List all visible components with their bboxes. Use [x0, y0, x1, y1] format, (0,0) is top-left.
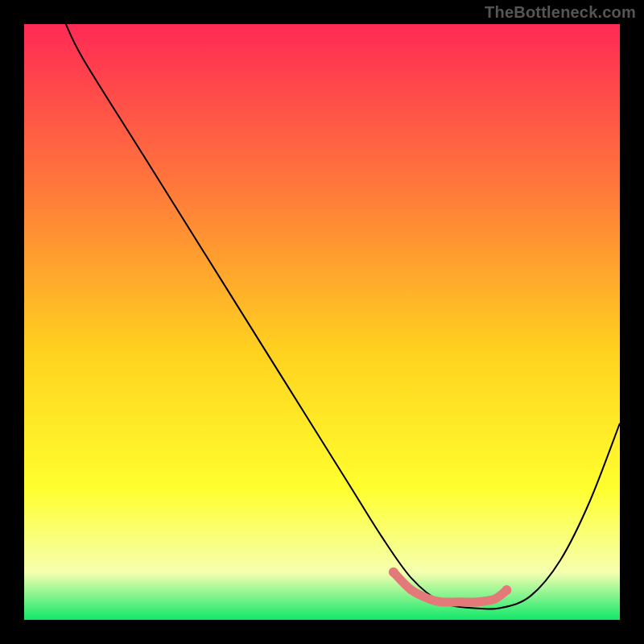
gradient-background	[24, 24, 620, 620]
chart-container: TheBottleneck.com	[0, 0, 644, 644]
attribution-text: TheBottleneck.com	[485, 3, 636, 22]
highlight-start-dot	[389, 568, 398, 577]
chart-svg	[24, 24, 620, 620]
plot-area	[24, 24, 620, 620]
highlight-end-dot	[502, 585, 511, 595]
